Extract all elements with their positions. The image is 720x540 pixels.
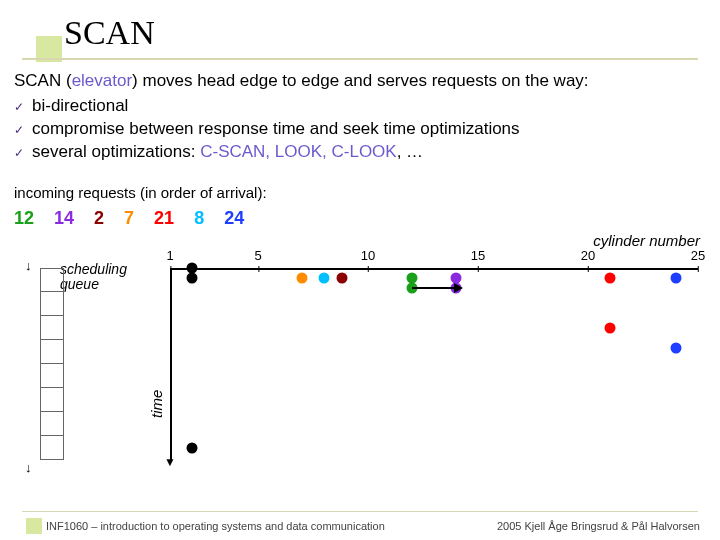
axis-tick: 10 bbox=[361, 248, 375, 263]
intro-before: SCAN ( bbox=[14, 71, 72, 90]
axis-tick: 20 bbox=[581, 248, 595, 263]
intro-block: SCAN (elevator) moves head edge to edge … bbox=[14, 70, 589, 164]
request-value: 21 bbox=[154, 208, 174, 228]
request-value: 14 bbox=[54, 208, 74, 228]
bullet-item: several optimizations: C-SCAN, LOOK, C-L… bbox=[14, 141, 589, 164]
queue-cell bbox=[40, 364, 64, 388]
trace-arrow-head-icon bbox=[454, 283, 463, 293]
cylinder-number-label: cylinder number bbox=[593, 232, 700, 249]
axis-tick: 25 bbox=[691, 248, 705, 263]
queue-arrow-in-icon: ↓ bbox=[25, 258, 32, 273]
bullet-item: compromise between response time and see… bbox=[14, 118, 589, 141]
divider-top bbox=[22, 58, 698, 60]
request-value: 12 bbox=[14, 208, 34, 228]
trace-dot bbox=[605, 323, 616, 334]
time-axis-label: time bbox=[148, 390, 165, 418]
trace-dot bbox=[187, 443, 198, 454]
bullet-item: bi-directional bbox=[14, 95, 589, 118]
queue-cell bbox=[40, 268, 64, 292]
queue-cell bbox=[40, 412, 64, 436]
queue-arrow-out-icon: ↓ bbox=[25, 460, 32, 475]
opt-list: C-SCAN, LOOK, C-LOOK bbox=[200, 142, 396, 161]
footer-left: INF1060 – introduction to operating syst… bbox=[46, 520, 385, 532]
axis-tick: 5 bbox=[254, 248, 261, 263]
footer-square-icon bbox=[26, 518, 42, 534]
requests-label: incoming requests (in order of arrival): bbox=[14, 184, 267, 201]
request-value: 7 bbox=[124, 208, 134, 228]
trace-plot bbox=[170, 268, 698, 468]
page-title: SCAN bbox=[64, 14, 155, 52]
trace-dot bbox=[187, 263, 198, 274]
request-value: 2 bbox=[94, 208, 104, 228]
requests-row: 12142721824 bbox=[14, 208, 264, 229]
trace-dot bbox=[671, 343, 682, 354]
axis-tick: 15 bbox=[471, 248, 485, 263]
axis-tick: 1 bbox=[166, 248, 173, 263]
opt-suffix: , … bbox=[397, 142, 423, 161]
queue-cell bbox=[40, 436, 64, 460]
queue-cell bbox=[40, 340, 64, 364]
request-value: 24 bbox=[224, 208, 244, 228]
intro-bullets: bi-directional compromise between respon… bbox=[14, 95, 589, 164]
intro-after: ) moves head edge to edge and serves req… bbox=[132, 71, 588, 90]
scheduling-queue bbox=[40, 268, 64, 460]
queue-cell bbox=[40, 388, 64, 412]
intro-keyword: elevator bbox=[72, 71, 132, 90]
footer-right: 2005 Kjell Åge Bringsrud & Pål Halvorsen bbox=[497, 520, 700, 532]
queue-cell bbox=[40, 292, 64, 316]
opt-prefix: several optimizations: bbox=[32, 142, 200, 161]
request-value: 8 bbox=[194, 208, 204, 228]
queue-cell bbox=[40, 316, 64, 340]
trace-arrow-segment bbox=[412, 287, 456, 289]
divider-bottom bbox=[22, 511, 698, 513]
scheduling-queue-label: schedulingqueue bbox=[60, 262, 127, 293]
